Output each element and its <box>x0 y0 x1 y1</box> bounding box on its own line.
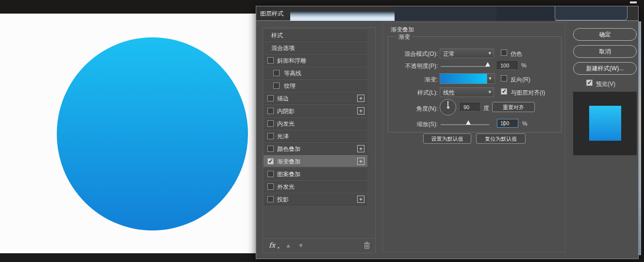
align-layer-checkbox[interactable] <box>501 88 507 95</box>
sidebar-item-label: 描边 <box>277 95 289 103</box>
style-preview-box <box>573 92 637 155</box>
blur-band <box>555 6 627 20</box>
sidebar-item-pattern-overlay[interactable]: 图案叠加 <box>264 167 367 180</box>
preview-checkbox[interactable] <box>586 80 593 86</box>
align-layer-label: 与图层对齐(I) <box>511 89 545 97</box>
sidebar-footer: fx ▲ ▼ <box>263 238 375 253</box>
scale-slider-thumb[interactable] <box>466 120 471 125</box>
sidebar-item-texture[interactable]: 纹理 <box>264 79 367 92</box>
new-style-button[interactable]: 新建样式(W)... <box>573 62 637 75</box>
checkbox-icon[interactable] <box>267 95 274 101</box>
checkbox-icon[interactable] <box>267 171 274 177</box>
gradient-group: 渐变 混合模式(O): 正常 仿色 不透明度(P): 100 % 渐变: 反向(… <box>388 36 561 132</box>
scale-slider[interactable] <box>441 124 489 125</box>
checkbox-icon[interactable] <box>267 146 274 152</box>
plus-icon[interactable] <box>357 107 364 115</box>
make-default-label: 设置为默认值 <box>431 136 463 142</box>
plus-icon[interactable] <box>357 196 364 203</box>
move-down-icon[interactable]: ▼ <box>298 242 304 249</box>
plus-icon[interactable] <box>357 158 364 165</box>
make-default-button[interactable]: 设置为默认值 <box>423 133 471 144</box>
checkbox-icon[interactable] <box>273 82 280 89</box>
photoshop-screen: 图层样式 样式 混合选项 斜面和浮雕 等高线 纹理 描边 内阴影 内发光 光泽 … <box>0 0 644 262</box>
sidebar-item-outer-glow[interactable]: 外发光 <box>264 180 367 193</box>
background-window-edge <box>639 21 641 255</box>
scale-value: 100 <box>500 120 509 126</box>
gradient-overlay-panel: 渐变叠加 渐变 混合模式(O): 正常 仿色 不透明度(P): 100 % 渐变… <box>382 22 565 252</box>
sidebar-item-drop-shadow[interactable]: 投影 <box>264 193 367 205</box>
angle-input[interactable]: 90 <box>460 103 479 112</box>
checkbox-icon[interactable] <box>273 70 280 76</box>
checkbox-checked-icon[interactable] <box>267 158 274 164</box>
fx-icon[interactable]: fx <box>269 241 275 249</box>
cancel-button[interactable]: 取消 <box>573 45 637 58</box>
move-up-icon[interactable]: ▲ <box>285 242 291 249</box>
dither-checkbox[interactable] <box>501 49 507 56</box>
sidebar-item-label: 等高线 <box>284 69 301 78</box>
style-select[interactable]: 线性 <box>440 87 494 97</box>
reset-default-button[interactable]: 复位为默认值 <box>476 133 526 144</box>
sidebar-item-bevel-emboss[interactable]: 斜面和浮雕 <box>264 54 367 66</box>
sidebar-item-color-overlay[interactable]: 颜色叠加 <box>264 142 367 155</box>
checkbox-icon[interactable] <box>267 183 274 190</box>
sidebar-item-label: 光泽 <box>277 132 289 141</box>
blend-mode-value: 正常 <box>443 50 455 57</box>
blur-band <box>290 12 395 21</box>
blur-band <box>395 6 496 21</box>
ok-button[interactable]: 确定 <box>573 28 637 41</box>
angle-dial[interactable] <box>440 99 456 115</box>
scale-unit: % <box>522 120 528 127</box>
angle-unit: 度 <box>483 104 489 113</box>
style-label: 样式(L): <box>389 89 438 97</box>
plus-icon[interactable] <box>357 145 364 152</box>
plus-icon[interactable] <box>357 95 364 102</box>
angle-value: 90 <box>463 104 469 110</box>
blend-mode-select[interactable]: 正常 <box>440 49 494 58</box>
sidebar-item-contour[interactable]: 等高线 <box>264 66 367 79</box>
sidebar-item-stroke[interactable]: 描边 <box>264 92 367 104</box>
ok-label: 确定 <box>599 31 611 38</box>
gradient-label: 渐变: <box>389 76 438 84</box>
sidebar-item-label: 混合选项 <box>271 44 295 52</box>
gradient-circle <box>57 37 248 230</box>
reverse-checkbox[interactable] <box>501 75 507 82</box>
sidebar-item-blending-options[interactable]: 混合选项 <box>264 41 367 54</box>
checkbox-icon[interactable] <box>267 57 274 64</box>
opacity-input[interactable]: 100 <box>497 61 517 70</box>
cancel-label: 取消 <box>599 48 611 55</box>
trash-icon[interactable] <box>363 242 370 251</box>
dialog-title: 图层样式 <box>260 10 283 18</box>
reset-align-label: 重置对齐 <box>503 104 524 110</box>
sidebar-item-satin[interactable]: 光泽 <box>264 130 367 142</box>
style-value: 线性 <box>443 89 455 96</box>
sidebar-item-label: 样式 <box>271 32 283 40</box>
effects-sidebar: 样式 混合选项 斜面和浮雕 等高线 纹理 描边 内阴影 内发光 光泽 颜色叠加 … <box>263 27 376 253</box>
scale-input[interactable]: 100 <box>497 119 518 128</box>
sidebar-item-label: 图案叠加 <box>277 170 300 179</box>
blend-mode-label: 混合模式(O): <box>389 50 438 58</box>
sidebar-item-label: 颜色叠加 <box>277 145 300 153</box>
sidebar-item-label: 内阴影 <box>277 107 295 115</box>
sidebar-item-inner-glow[interactable]: 内发光 <box>264 117 367 130</box>
checkbox-icon[interactable] <box>267 196 274 202</box>
opacity-slider-thumb[interactable] <box>485 62 490 66</box>
checkbox-icon[interactable] <box>267 133 274 139</box>
reverse-label: 反向(R) <box>511 76 530 84</box>
gradient-swatch[interactable] <box>440 73 487 84</box>
opacity-unit: % <box>521 62 527 69</box>
sidebar-item-label: 内发光 <box>277 120 295 128</box>
checkbox-icon[interactable] <box>267 108 274 114</box>
text-caret <box>504 121 504 126</box>
gradient-dropdown-chevron-icon[interactable] <box>487 73 495 84</box>
sidebar-item-gradient-overlay[interactable]: 渐变叠加 <box>264 155 367 167</box>
reset-align-button[interactable]: 重置对齐 <box>492 102 535 112</box>
dialog-titlebar[interactable]: 图层样式 <box>256 6 638 21</box>
minimize-icon[interactable] <box>630 1 637 3</box>
opacity-slider[interactable] <box>441 66 489 67</box>
blur-band <box>496 6 555 21</box>
sidebar-item-styles[interactable]: 样式 <box>264 29 367 41</box>
preview-label: 预览(V) <box>596 80 615 88</box>
opacity-label: 不透明度(P): <box>389 62 438 70</box>
checkbox-icon[interactable] <box>267 120 274 127</box>
sidebar-item-inner-shadow[interactable]: 内阴影 <box>264 104 367 117</box>
